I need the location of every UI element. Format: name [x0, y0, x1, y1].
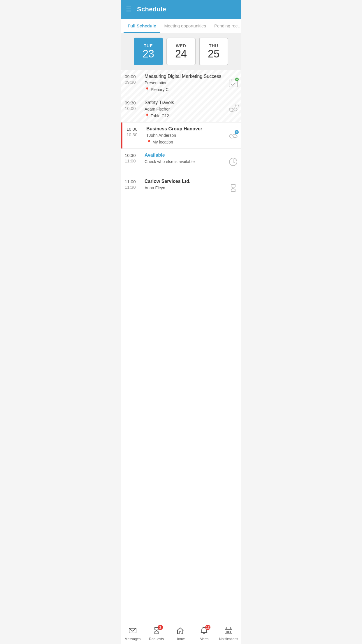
nav-messages[interactable]: Messages — [124, 625, 141, 641]
tabs-bar: Full Schedule Meeting opportunities Pend… — [121, 19, 241, 33]
nav-requests[interactable]: 2 Requests — [148, 625, 165, 641]
header-title: Schedule — [137, 6, 166, 13]
handshake-gear-icon: ⚙ — [228, 130, 239, 141]
nav-notifications[interactable]: Notifications — [219, 625, 238, 641]
nav-alerts[interactable]: 12 Alerts — [195, 625, 213, 641]
x-badge: ✕ — [235, 104, 239, 107]
location-icon: 📍 — [146, 140, 151, 144]
tab-meeting-opportunities[interactable]: Meeting opportunities — [160, 19, 210, 33]
schedule-item-e1[interactable]: 09:00 09:30 Measuring Digital Marketing … — [121, 70, 241, 96]
day-button-wed[interactable]: WED 24 — [166, 38, 196, 65]
day-button-tue[interactable]: TUE 23 — [134, 38, 163, 65]
calendar-nav-icon — [224, 626, 233, 635]
home-label: Home — [175, 637, 185, 641]
clock-icon — [228, 156, 239, 167]
tab-pending[interactable]: Pending rec… — [210, 19, 241, 33]
app-header: ☰ Schedule — [121, 0, 241, 19]
menu-button[interactable]: ☰ — [126, 6, 132, 13]
schedule-item-e4[interactable]: 10:30 11:00 Available Check who else is … — [121, 149, 241, 175]
requests-badge: 2 — [158, 625, 163, 630]
alerts-label: Alerts — [200, 637, 209, 641]
schedule-item-e5[interactable]: 11:00 11:30 Carlow Services Ltd. Anna Fl… — [121, 175, 241, 201]
day-selector: TUE 23 WED 24 THU 25 — [121, 33, 241, 70]
check-badge — [235, 78, 239, 81]
day-button-thu[interactable]: THU 25 — [199, 38, 228, 65]
location-icon: 📍 — [145, 87, 150, 92]
gear-badge: ⚙ — [235, 130, 239, 134]
tab-full-schedule[interactable]: Full Schedule — [124, 19, 160, 33]
location-icon: 📍 — [145, 113, 150, 118]
schedule-list: 09:00 09:30 Measuring Digital Marketing … — [121, 70, 241, 623]
hourglass-icon — [228, 183, 239, 194]
schedule-item-e3[interactable]: 10:00 10:30 Business Group Hanover TJohn… — [121, 123, 241, 149]
svg-line-11 — [233, 162, 235, 163]
svg-line-5 — [232, 83, 235, 85]
svg-line-8 — [232, 135, 235, 137]
notifications-label: Notifications — [219, 637, 238, 641]
envelope-icon — [129, 626, 137, 635]
calendar-check-icon — [228, 78, 239, 89]
requests-label: Requests — [149, 637, 164, 641]
nav-home[interactable]: Home — [171, 625, 189, 641]
schedule-item-e2[interactable]: 09:30 10:00 Safety Travels Adam Fischer … — [121, 96, 241, 123]
handshake-x-icon: ✕ — [228, 104, 239, 115]
home-icon — [176, 626, 184, 635]
svg-rect-15 — [225, 628, 232, 634]
messages-label: Messages — [125, 637, 141, 641]
alerts-badge: 12 — [205, 625, 210, 630]
bottom-nav: Messages 2 Requests Home — [121, 623, 241, 644]
